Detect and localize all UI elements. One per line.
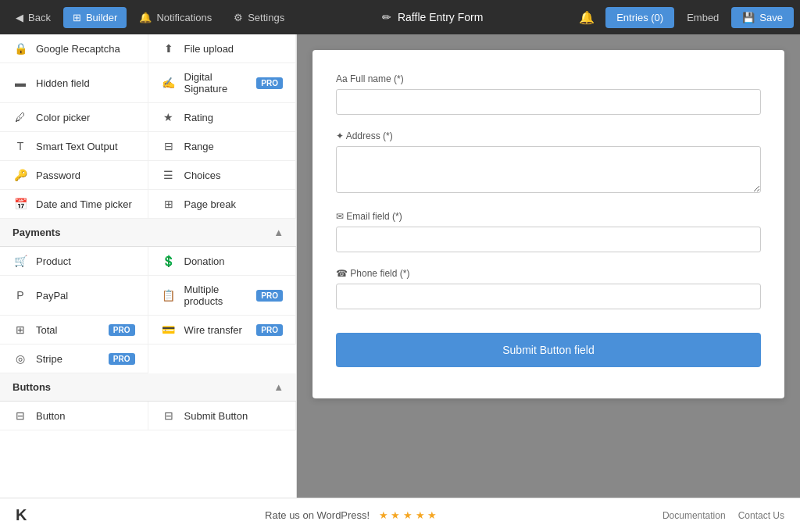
chevron-up-icon: ▲ <box>273 227 284 238</box>
address-label: ✦ Address (*) <box>336 130 761 141</box>
button-icon: ⊟ <box>12 409 28 422</box>
full-name-input[interactable] <box>336 89 761 115</box>
sidebar-item-label: Button <box>36 410 135 422</box>
sidebar-item-range[interactable]: ⊟ Range <box>148 132 297 161</box>
sidebar-item-page-break[interactable]: ⊞ Page break <box>148 190 297 219</box>
sidebar-top-grid: 🔒 Google Recaptcha ⬆ File upload ▬ Hidde… <box>0 34 296 219</box>
sidebar-item-hidden-field[interactable]: ▬ Hidden field <box>0 63 148 103</box>
save-button[interactable]: 💾 Save <box>731 7 794 28</box>
star-rating[interactable]: ★ ★ ★ ★ ★ <box>379 509 437 521</box>
sidebar-item-label: PayPal <box>36 290 135 302</box>
page-break-icon: ⊞ <box>161 198 177 210</box>
notification-bell-button[interactable]: 🔔 <box>571 5 602 30</box>
embed-label: Embed <box>687 12 719 23</box>
back-button[interactable]: ◀ Back <box>6 7 60 28</box>
sidebar-item-product[interactable]: 🛒 Product <box>0 247 148 276</box>
submit-label: Submit Button field <box>502 344 595 356</box>
sidebar-item-label: Total <box>36 324 101 336</box>
choices-icon: ☰ <box>161 169 177 181</box>
settings-label: Settings <box>248 12 284 23</box>
sidebar-item-submit-button[interactable]: ⊟ Submit Button <box>148 402 297 430</box>
sidebar-item-color-picker[interactable]: 🖊 Color picker <box>0 103 148 132</box>
address-icon: ✦ <box>336 130 346 141</box>
edit-icon: ✏ <box>382 11 391 23</box>
payments-section-label: Payments <box>12 227 60 238</box>
sidebar-item-total[interactable]: ⊞ Total PRO <box>0 316 148 345</box>
settings-tab[interactable]: ⚙ Settings <box>224 7 294 28</box>
buttons-section-header[interactable]: Buttons ▲ <box>0 373 296 402</box>
sidebar-item-rating[interactable]: ★ Rating <box>148 103 297 132</box>
entries-label: Entries (0) <box>616 12 663 23</box>
sidebar-item-stripe[interactable]: ◎ Stripe PRO <box>0 345 148 373</box>
submit-button[interactable]: Submit Button field <box>336 333 761 367</box>
sidebar-item-multiple-products[interactable]: 📋 Multiple products PRO <box>148 276 297 316</box>
sidebar-item-label: Choices <box>184 170 284 181</box>
pro-badge: PRO <box>256 77 283 89</box>
sidebar-item-button[interactable]: ⊟ Button <box>0 402 148 430</box>
notifications-tab[interactable]: 🔔 Notifications <box>130 7 221 28</box>
save-icon: 💾 <box>742 12 755 23</box>
pro-badge: PRO <box>256 290 283 302</box>
rate-text: Rate us on WordPress! <box>265 509 370 521</box>
sidebar-item-label: Hidden field <box>36 77 135 89</box>
settings-icon: ⚙ <box>234 12 243 23</box>
smart-text-icon: T <box>12 140 28 152</box>
sidebar-item-date-time-picker[interactable]: 📅 Date and Time picker <box>0 190 148 219</box>
pro-badge: PRO <box>256 324 283 336</box>
total-icon: ⊞ <box>12 323 28 336</box>
footer: K Rate us on WordPress! ★ ★ ★ ★ ★ Docume… <box>0 498 800 532</box>
sidebar-item-label: Digital Signature <box>184 71 249 95</box>
documentation-link[interactable]: Documentation <box>662 510 726 521</box>
sidebar-item-digital-signature[interactable]: ✍ Digital Signature PRO <box>148 63 297 103</box>
multiple-products-icon: 📋 <box>161 289 177 302</box>
phone-input[interactable] <box>336 284 761 309</box>
sidebar-item-file-upload[interactable]: ⬆ File upload <box>148 34 297 63</box>
email-icon: ✉ <box>336 211 346 222</box>
sidebar-item-donation[interactable]: 💲 Donation <box>148 247 297 276</box>
buttons-section-label: Buttons <box>12 381 51 393</box>
full-name-icon: Aa <box>336 73 350 84</box>
back-icon: ◀ <box>16 12 23 23</box>
form-card: Aa Full name (*) ✦ Address (*) ✉ Email f… <box>312 50 784 398</box>
sidebar-item-google-recaptcha[interactable]: 🔒 Google Recaptcha <box>0 34 148 63</box>
form-title: Raffle Entry Form <box>398 11 483 23</box>
phone-label: ☎ Phone field (*) <box>336 268 761 279</box>
sidebar: 🔒 Google Recaptcha ⬆ File upload ▬ Hidde… <box>0 34 297 498</box>
entries-button[interactable]: Entries (0) <box>605 7 674 28</box>
sidebar-item-paypal[interactable]: P PayPal <box>0 276 148 316</box>
payments-section-header[interactable]: Payments ▲ <box>0 219 296 247</box>
wire-transfer-icon: 💳 <box>161 323 177 336</box>
product-icon: 🛒 <box>12 255 28 267</box>
top-nav: ◀ Back ⊞ Builder 🔔 Notifications ⚙ Setti… <box>0 0 800 34</box>
sidebar-item-password[interactable]: 🔑 Password <box>0 161 148 190</box>
color-picker-icon: 🖊 <box>12 111 28 123</box>
payments-grid: 🛒 Product 💲 Donation P PayPal 📋 Multiple… <box>0 247 296 373</box>
sidebar-item-label: Submit Button <box>184 410 284 422</box>
sidebar-item-wire-transfer[interactable]: 💳 Wire transfer PRO <box>148 316 297 345</box>
sidebar-item-label: Page break <box>184 198 284 210</box>
sidebar-item-label: Donation <box>184 255 284 267</box>
sidebar-item-label: Google Recaptcha <box>36 43 135 55</box>
email-input[interactable] <box>336 227 761 252</box>
password-icon: 🔑 <box>12 169 28 181</box>
builder-tab[interactable]: ⊞ Builder <box>63 7 127 28</box>
sidebar-item-smart-text-output[interactable]: T Smart Text Output <box>0 132 148 161</box>
address-input[interactable] <box>336 146 761 193</box>
brand-logo: K <box>16 506 27 524</box>
main-layout: 🔒 Google Recaptcha ⬆ File upload ▬ Hidde… <box>0 34 800 498</box>
form-preview-area: Aa Full name (*) ✦ Address (*) ✉ Email f… <box>297 34 800 498</box>
sidebar-item-label: Date and Time picker <box>36 198 135 210</box>
paypal-icon: P <box>12 289 28 302</box>
embed-button[interactable]: Embed <box>677 7 728 28</box>
rate-text-area: Rate us on WordPress! ★ ★ ★ ★ ★ <box>39 509 662 521</box>
chevron-up-icon: ▲ <box>273 381 284 393</box>
sidebar-item-label: Stripe <box>36 353 101 365</box>
sidebar-item-label: Product <box>36 255 135 267</box>
sidebar-item-label: Color picker <box>36 112 135 123</box>
donation-icon: 💲 <box>161 255 177 267</box>
notifications-label: Notifications <box>156 12 212 23</box>
sidebar-item-choices[interactable]: ☰ Choices <box>148 161 297 190</box>
date-time-icon: 📅 <box>12 198 28 210</box>
notifications-icon: 🔔 <box>139 12 152 23</box>
contact-us-link[interactable]: Contact Us <box>738 510 784 521</box>
